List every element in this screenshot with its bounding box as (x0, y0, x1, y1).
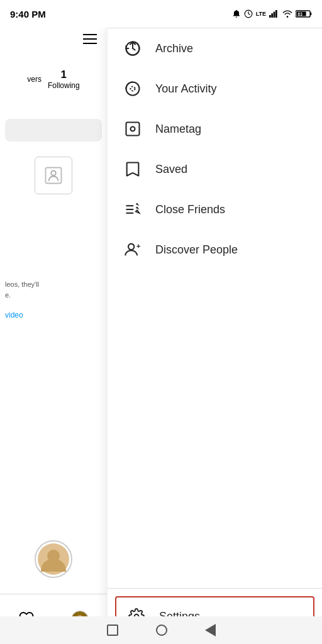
archive-icon (123, 38, 143, 58)
alarm-icon (232, 9, 241, 18)
left-panel: vers 1 Following leos, they'll e. video (0, 28, 107, 644)
following-count: 1 (61, 69, 67, 81)
status-time: 9:40 PM (10, 9, 46, 19)
activity-icon (123, 79, 143, 99)
saved-label: Saved (155, 163, 187, 176)
svg-text:+: + (136, 242, 141, 250)
lte-badge: LTE (256, 11, 266, 17)
profile-text: leos, they'll e. (5, 279, 102, 300)
svg-rect-18 (126, 123, 140, 136)
discover-people-menu-item[interactable]: + Discover People (108, 230, 322, 270)
android-nav-bar (0, 616, 322, 644)
your-activity-label: Your Activity (155, 82, 216, 96)
home-circle-button[interactable] (156, 625, 167, 636)
status-bar: 9:40 PM LTE 63 (0, 0, 322, 28)
svg-point-26 (128, 244, 134, 250)
svg-rect-3 (274, 12, 275, 18)
close-friends-icon (123, 199, 143, 219)
hamburger-button[interactable] (83, 34, 97, 44)
profile-image-placeholder (35, 157, 72, 194)
bottom-profile-circle (35, 540, 72, 578)
profile-avatar-icon (38, 543, 69, 575)
archive-menu-item[interactable]: Archive (108, 28, 322, 69)
wifi-icon (282, 10, 292, 18)
svg-marker-25 (136, 210, 140, 213)
saved-menu-item[interactable]: Saved (108, 149, 322, 189)
close-friends-label: Close Friends (155, 203, 225, 216)
svg-point-10 (51, 171, 56, 176)
svg-marker-24 (136, 206, 140, 209)
profile-stats: vers 1 Following (0, 69, 107, 90)
nametag-icon (123, 119, 143, 139)
close-friends-menu-item[interactable]: Close Friends (108, 189, 322, 230)
discover-people-icon: + (123, 240, 143, 260)
battery-icon: 63 (296, 9, 312, 18)
archive-label: Archive (155, 42, 193, 55)
svg-rect-6 (310, 13, 311, 15)
svg-text:63: 63 (298, 12, 303, 16)
saved-icon (123, 159, 143, 179)
signal-icon (269, 10, 279, 18)
right-panel: Archive Your Activity (107, 28, 322, 644)
nametag-label: Nametag (155, 123, 201, 136)
person-icon (44, 166, 63, 185)
following-stat: 1 Following (48, 69, 80, 90)
main-layout: vers 1 Following leos, they'll e. video (0, 28, 322, 644)
discover-people-label: Discover People (155, 243, 238, 257)
profile-text-line1: leos, they'll (5, 279, 102, 290)
clock-icon (244, 9, 253, 18)
video-link[interactable]: video (5, 311, 23, 319)
svg-marker-23 (136, 203, 140, 206)
following-label: Following (48, 81, 80, 90)
svg-point-19 (131, 127, 135, 131)
back-triangle-button[interactable] (205, 624, 216, 636)
profile-text-line2: e. (5, 290, 102, 301)
search-bar[interactable] (5, 119, 102, 142)
followers-label: vers (27, 75, 42, 84)
svg-point-17 (131, 87, 135, 91)
back-square-button[interactable] (107, 625, 118, 636)
menu-items: Archive Your Activity (108, 28, 322, 588)
your-activity-menu-item[interactable]: Your Activity (108, 69, 322, 109)
followers-stat: vers (27, 75, 42, 84)
status-icons: LTE 63 (232, 9, 312, 18)
svg-rect-1 (269, 15, 271, 18)
nametag-menu-item[interactable]: Nametag (108, 109, 322, 149)
svg-rect-4 (275, 10, 277, 18)
svg-rect-2 (271, 13, 273, 18)
